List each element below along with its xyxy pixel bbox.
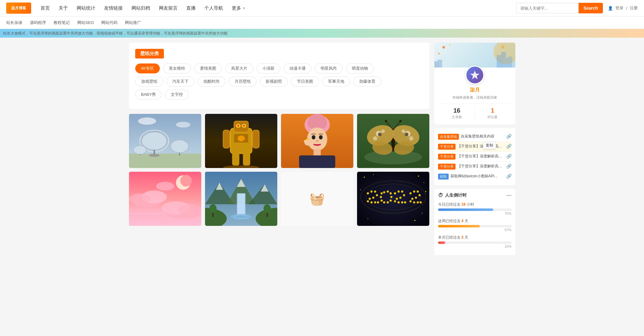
countdown-title: 人生倒计时	[445, 193, 467, 198]
grid-item-satellite[interactable]	[129, 114, 201, 168]
svg-point-30	[318, 118, 327, 128]
sec-nav-zaitan[interactable]: 站长杂谈	[6, 20, 22, 26]
svg-point-108	[387, 190, 389, 193]
svg-point-124	[397, 201, 399, 203]
countdown-header: ⏱ 人生倒计时 —	[438, 193, 512, 198]
svg-point-20	[237, 136, 245, 142]
cat-game[interactable]: 游戏壁纸	[135, 77, 163, 86]
grid-item-robot[interactable]	[205, 114, 277, 168]
sec-nav-seo[interactable]: 网站SEO	[77, 20, 94, 26]
svg-point-115	[380, 196, 382, 198]
cat-anime[interactable]: 动漫卡通	[284, 63, 312, 73]
nav-personal[interactable]: 个人导航	[204, 5, 223, 11]
cat-holiday[interactable]: 节日美图	[291, 77, 319, 86]
article-title-1: 【千货分享】深度解析高防...	[457, 144, 504, 149]
svg-rect-36	[313, 149, 321, 156]
image-grid: 🧺	[129, 114, 429, 226]
svg-point-84	[209, 204, 216, 213]
article-item-3[interactable]: 千货分享 【千货分享】深度解析高防... 🔗	[438, 162, 512, 172]
countdown-minimize[interactable]: —	[507, 193, 512, 198]
cat-sports[interactable]: 劲爆体育	[353, 77, 381, 86]
cat-text[interactable]: 文字控	[165, 90, 189, 100]
svg-point-47	[381, 129, 385, 133]
search-input[interactable]	[516, 3, 579, 13]
cat-love[interactable]: 爱情美图	[194, 63, 222, 73]
cat-4k[interactable]: 4K专区	[135, 63, 160, 73]
grid-item-empty[interactable]: 🧺	[281, 172, 353, 226]
articles-card: 自采集壁纸 自采集壁纸相关内容 🔗 千货分享 【千货分享】深度解析高防... 复…	[434, 128, 515, 185]
cat-car[interactable]: 汽车天下	[166, 77, 194, 86]
svg-point-122	[396, 198, 398, 200]
cat-military[interactable]: 军事天地	[322, 77, 350, 86]
svg-point-93	[425, 191, 426, 192]
cat-star[interactable]: 明星风尚	[315, 63, 343, 73]
svg-rect-24	[243, 153, 250, 166]
user-area[interactable]: 👤 登录 / 注册	[608, 5, 638, 11]
copy-popup[interactable]: 复制	[483, 142, 496, 149]
nav-stats[interactable]: 网站统计	[77, 5, 95, 11]
cat-pet[interactable]: 萌宠动物	[346, 63, 374, 73]
svg-point-133	[409, 200, 412, 203]
svg-point-107	[383, 191, 385, 194]
sec-nav-tutorial[interactable]: 教程笔记	[54, 20, 70, 26]
nav-home[interactable]: 首页	[41, 5, 50, 11]
svg-point-31	[307, 128, 327, 151]
cat-scenery[interactable]: 风景大片	[225, 63, 253, 73]
svg-rect-87	[357, 172, 429, 226]
svg-point-95	[414, 220, 415, 221]
svg-point-64	[129, 194, 151, 204]
progress-bar-month	[438, 241, 512, 244]
profile-card: 柒月 有钱终成眷属，没钱亲眼目睹 16 文章数 1 评论量	[434, 43, 515, 124]
nav-message[interactable]: 网友留言	[159, 5, 178, 11]
grid-item-woman[interactable]	[281, 114, 353, 168]
progress-pct-day: 75%	[438, 212, 512, 215]
sec-nav-source[interactable]: 源码程序	[30, 20, 46, 26]
countdown-label-day: 今日已经过去 18 小时	[438, 202, 512, 207]
sec-nav-promote[interactable]: 网站推广	[125, 20, 141, 26]
nav-live[interactable]: 直播	[186, 5, 196, 11]
sec-nav-code[interactable]: 网站代码	[101, 20, 117, 26]
search-area: Search	[516, 3, 603, 13]
grid-item-clouds[interactable]	[129, 172, 201, 226]
svg-point-58	[399, 120, 401, 122]
svg-point-96	[422, 213, 422, 213]
cat-calendar[interactable]: 月历壁纸	[229, 77, 257, 86]
svg-point-68	[156, 182, 174, 190]
cat-beauty[interactable]: 美女模特	[163, 63, 191, 73]
login-link[interactable]: 登录	[615, 5, 623, 11]
article-item-0[interactable]: 自采集壁纸 自采集壁纸相关内容 🔗	[438, 132, 512, 142]
category-box: 壁纸分类 4K专区 美女模特 爱情美图 风景大片 小清新 动漫卡通 明星风尚 萌…	[129, 43, 429, 109]
grid-item-waterfall[interactable]	[205, 172, 277, 226]
space-svg	[357, 172, 429, 226]
top-nav: 染月博客 首页 关于 网站统计 友情链接 网站归档 网友留言 直播 个人导航 更…	[0, 0, 644, 16]
nav-archive[interactable]: 网站归档	[131, 5, 150, 11]
svg-point-51	[378, 133, 382, 136]
article-item-4[interactable]: 获取 获取网站favicon小图标API... 🔗	[438, 172, 512, 181]
countdown-num-week: 4	[461, 219, 464, 223]
progress-pct-week: 57%	[438, 228, 512, 232]
svg-point-101	[372, 197, 374, 199]
search-button[interactable]: Search	[579, 3, 603, 13]
countdown-icon: ⏱	[438, 193, 443, 198]
svg-point-90	[418, 175, 419, 176]
cat-movie[interactable]: 影视剧照	[260, 77, 288, 86]
cat-fresh[interactable]: 小清新	[256, 63, 280, 73]
register-link[interactable]: 注册	[630, 5, 638, 11]
grid-item-2022[interactable]	[357, 172, 429, 226]
nav-about[interactable]: 关于	[59, 5, 68, 11]
article-item-2[interactable]: 千货分享 【千货分享】深度解析高防... 🔗	[438, 152, 512, 162]
article-item-1[interactable]: 千货分享 【千货分享】深度解析高防... 复制 🔗	[438, 142, 512, 152]
svg-point-128	[413, 190, 415, 193]
svg-point-6	[170, 140, 188, 153]
site-logo[interactable]: 染月博客	[6, 2, 31, 14]
nav-friends[interactable]: 友情链接	[104, 5, 123, 11]
cat-baby[interactable]: BABY秀	[135, 90, 162, 100]
svg-point-123	[394, 200, 396, 203]
marquee-wrapper: 站长大放模式，可在悬浮球的画面设置中关闭放大功能，双指缩放或平移，可以通讯录管理…	[3, 30, 641, 36]
progress-fill-week	[438, 225, 480, 227]
category-row-2: 游戏壁纸 汽车天下 炫酷时尚 月历壁纸 影视剧照 节日美图 军事天地 劲爆体育	[135, 77, 423, 86]
cat-cool[interactable]: 炫酷时尚	[198, 77, 226, 86]
nav-more[interactable]: 更多 ▼	[232, 5, 246, 11]
nav-links: 首页 关于 网站统计 友情链接 网站归档 网友留言 直播 个人导航 更多 ▼	[41, 5, 516, 11]
grid-item-butterfly[interactable]	[357, 114, 429, 168]
